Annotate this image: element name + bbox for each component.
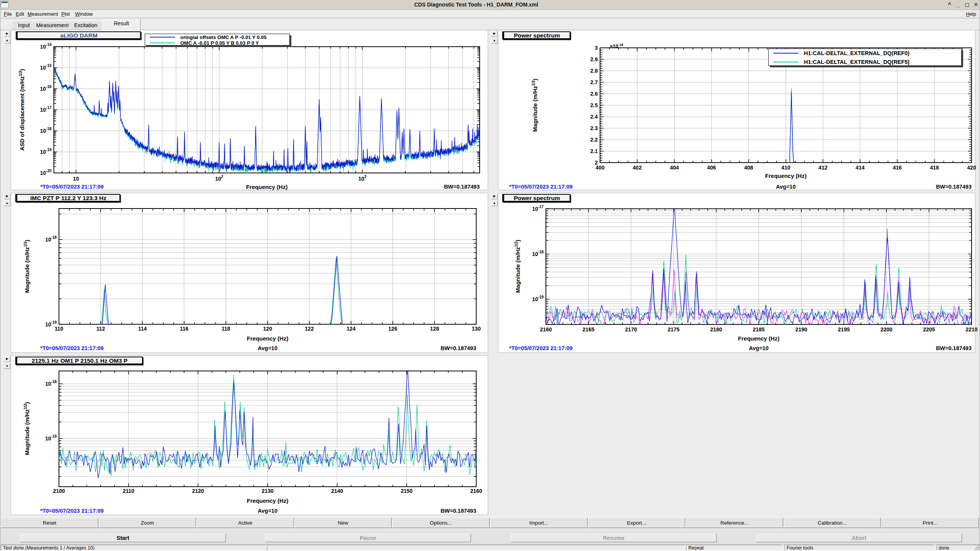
plot-p3-expand-button[interactable]: ▶ xyxy=(4,193,10,199)
shade-button[interactable]: ^ xyxy=(945,0,954,10)
tab-input[interactable]: Input xyxy=(11,21,36,30)
legend-label: OMC A -0.01 P 0.05 Y B 0.03 P 0 Y xyxy=(180,40,259,46)
plot-panel-p4 xyxy=(498,193,975,353)
plot-p4-bw: BW=0.187493 xyxy=(936,345,972,351)
plot-p5-ylabel: Magnitude (m/Hz1/2) xyxy=(23,402,30,455)
plot-p4-avg: Avg=10 xyxy=(749,345,768,351)
app-window: { "window": { "title": "CDS Diagnostic T… xyxy=(0,0,980,551)
plot-p3-avg: Avg=10 xyxy=(258,345,277,351)
plot-p5-xlabel: Frequency (Hz) xyxy=(247,497,288,504)
legend-row: OMC A -0.01 P 0.05 Y B 0.03 P 0 Y xyxy=(145,40,289,46)
plot-p2-scale-note: ×10-18 xyxy=(610,43,623,49)
menu-window[interactable]: Window xyxy=(74,10,93,18)
plot-p1-bw: BW=0.187493 xyxy=(444,184,480,190)
plot-p2-expand-button[interactable]: ▶ xyxy=(491,31,498,37)
tab-bar: InputMeasurementExcitationResult xyxy=(0,19,980,30)
plot-p2-avg: Avg=10 xyxy=(776,184,795,190)
maximize-button[interactable]: ◻ xyxy=(963,0,972,10)
plot-p2-timestamp: *T0=05/07/2023 21:17:09 xyxy=(509,184,573,190)
plot-panel-p3 xyxy=(11,193,488,353)
toolbar-reference-button[interactable]: Reference... xyxy=(686,518,783,528)
statusbar: Test done (Measurements 1 / Averages 10)… xyxy=(0,544,980,551)
close-button[interactable]: ✕ xyxy=(972,0,980,10)
window-title: CDS Diagnostic Test Tools - H1_DARM_FOM.… xyxy=(0,0,980,10)
plot-legend-p2: H1:CAL-DELTAL_EXTERNAL_DQ(REF0)H1:CAL-DE… xyxy=(768,49,962,66)
plot-panel-p1 xyxy=(11,30,488,190)
toolbar-print-button[interactable]: Print... xyxy=(881,518,979,528)
legend-row: H1:CAL-DELTAL_EXTERNAL_DQ(REF5) xyxy=(769,58,961,67)
plot-p2-bw: BW=0.187493 xyxy=(936,184,972,190)
plot-p5-timestamp: *T0=05/07/2023 21:17:09 xyxy=(40,508,104,514)
plot-title-p3: IMC PZT P 112.2 Y 123.3 Hz xyxy=(15,194,120,202)
status-message: Test done (Measurements 1 / Averages 10) xyxy=(1,545,266,551)
legend-label: H1:CAL-DELTAL_EXTERNAL_DQ(REF0) xyxy=(804,50,910,56)
plot-p2-xlabel: Frequency (Hz) xyxy=(765,173,807,179)
tab-excitation[interactable]: Excitation xyxy=(69,21,103,30)
plot-p5-collapse-button[interactable]: ▲ xyxy=(4,363,10,369)
plot-p1-expand-button[interactable]: ▶ xyxy=(4,31,10,37)
plot-p3-ylabel: Magnitude (m/Hz1/2) xyxy=(23,240,30,293)
status-repeat: Repeat xyxy=(686,545,782,551)
plot-p4-ylabel: Magnitude (m/Hz1/2) xyxy=(514,240,521,293)
window-frame-left xyxy=(0,0,0,551)
status-fourier-tools: Fourier tools xyxy=(784,545,934,551)
resume-button[interactable]: Resume xyxy=(511,534,717,542)
plot-title-p1: aLIGO DARM xyxy=(16,31,141,39)
toolbar: ResetZoomActiveNewOptions...Import...Exp… xyxy=(0,517,980,530)
start-button[interactable]: Start xyxy=(20,534,226,542)
legend-line-sample xyxy=(773,53,799,54)
menubar: FileEditMeasurementPlotWindowHelp xyxy=(0,10,980,18)
pause-button[interactable]: Pause xyxy=(265,534,471,542)
plot-p5-expand-button[interactable]: ▶ xyxy=(4,356,10,362)
window-icon xyxy=(1,1,8,8)
legend-line-sample xyxy=(150,42,175,43)
plot-p3-timestamp: *T0=05/07/2023 21:17:09 xyxy=(40,345,104,351)
menu-measurement[interactable]: Measurement xyxy=(27,10,59,18)
plot-p1-xlabel: Frequency (Hz) xyxy=(246,184,287,190)
plot-p4-xlabel: Frequency (Hz) xyxy=(738,335,779,342)
toolbar-calibration-button[interactable]: Calibration... xyxy=(784,518,881,528)
plot-p4-collapse-button[interactable]: ▲ xyxy=(491,200,498,206)
legend-row: oringial offsets OMC A P -0.01 Y 0.05 xyxy=(145,34,289,40)
titlebar[interactable]: CDS Diagnostic Test Tools - H1_DARM_FOM.… xyxy=(0,0,980,10)
resize-grip[interactable] xyxy=(974,545,980,550)
menu-help[interactable]: Help xyxy=(965,10,977,18)
plot-panel-p5 xyxy=(11,355,488,515)
notebook-frame-line xyxy=(0,30,980,31)
plot-p4-expand-button[interactable]: ▶ xyxy=(491,193,498,199)
legend-row: H1:CAL-DELTAL_EXTERNAL_DQ(REF0) xyxy=(769,49,961,58)
plot-p2-collapse-button[interactable]: ▲ xyxy=(491,37,498,44)
plot-p1-timestamp: *T0=05/07/2023 21:17:09 xyxy=(40,184,104,190)
legend-label: H1:CAL-DELTAL_EXTERNAL_DQ(REF5) xyxy=(804,59,910,65)
menu-file[interactable]: File xyxy=(3,10,13,18)
plot-title-p5: 2125.1 Hz OM1 P 2150.1 Hz OM3 P xyxy=(15,357,143,365)
tab-measurement[interactable]: Measurement xyxy=(36,21,69,30)
plot-p4-timestamp: *T0=05/07/2023 21:17:09 xyxy=(509,345,573,351)
plot-p3-xlabel: Frequency (Hz) xyxy=(247,335,288,342)
menu-plot[interactable]: Plot xyxy=(60,10,70,18)
toolbar-export-button[interactable]: Export... xyxy=(588,518,686,528)
plot-p3-collapse-button[interactable]: ▲ xyxy=(4,200,10,206)
minimize-button[interactable]: _ xyxy=(954,0,963,10)
menu-edit[interactable]: Edit xyxy=(15,10,25,18)
status-spacer xyxy=(267,545,685,551)
legend-line-sample xyxy=(150,37,175,37)
plot-p1-collapse-button[interactable]: ▲ xyxy=(4,37,10,44)
toolbar-options-button[interactable]: Options... xyxy=(392,518,490,528)
toolbar-reset-button[interactable]: Reset xyxy=(1,518,98,528)
toolbar-active-button[interactable]: Active xyxy=(196,518,294,528)
toolbar-import-button[interactable]: Import... xyxy=(490,518,588,528)
plot-p5-bw: BW=0.187493 xyxy=(441,508,476,514)
toolbar-zoom-button[interactable]: Zoom xyxy=(99,518,196,528)
plot-p2-ylabel: Magnitude (m/Hz1/2) xyxy=(531,79,538,132)
plot-legend-p1: oringial offsets OMC A P -0.01 Y 0.05OMC… xyxy=(145,34,290,46)
abort-button[interactable]: Abort xyxy=(756,534,962,542)
toolbar-new-button[interactable]: New xyxy=(294,518,392,528)
legend-label: oringial offsets OMC A P -0.01 Y 0.05 xyxy=(180,34,266,40)
transport-bar: StartPauseResumeAbort xyxy=(0,530,980,544)
plot-title-p2: Power spectrum xyxy=(502,31,570,39)
tab-result[interactable]: Result xyxy=(102,19,140,31)
status-done: done xyxy=(936,545,979,551)
legend-line-sample xyxy=(773,62,799,62)
plot-p5-avg: Avg=10 xyxy=(258,508,277,514)
